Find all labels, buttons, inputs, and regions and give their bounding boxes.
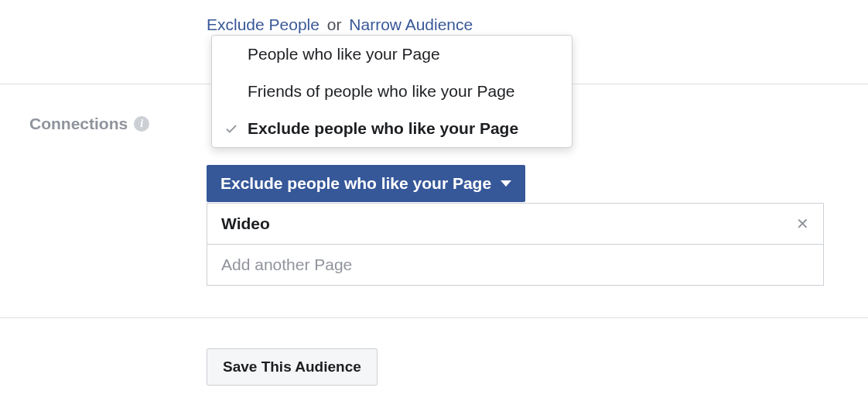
page-token-label: Wideo (221, 214, 270, 233)
menu-item-friends-of-people[interactable]: Friends of people who like your Page (212, 73, 572, 110)
exclude-people-link[interactable]: Exclude People (207, 15, 320, 33)
connections-section-label: Connections i (29, 115, 149, 133)
divider (0, 317, 868, 318)
menu-item-people-like-page[interactable]: People who like your Page (212, 36, 572, 73)
chevron-down-icon (501, 180, 511, 187)
pages-token-box: Wideo ✕ (207, 203, 824, 286)
check-icon (224, 122, 238, 135)
audience-refine-links: Exclude People or Narrow Audience (207, 15, 473, 34)
menu-item-exclude-people[interactable]: Exclude people who like your Page (212, 110, 572, 147)
info-icon[interactable]: i (134, 116, 149, 132)
connections-selected-dropdown[interactable]: Exclude people who like your Page (207, 165, 525, 202)
connections-label-text: Connections (29, 115, 128, 133)
page-token-row: Wideo ✕ (207, 204, 823, 245)
close-icon[interactable]: ✕ (796, 216, 809, 232)
selected-dropdown-label: Exclude people who like your Page (220, 174, 491, 193)
narrow-audience-link[interactable]: Narrow Audience (349, 15, 473, 33)
or-text: or (327, 15, 342, 33)
menu-item-label: Exclude people who like your Page (248, 119, 518, 137)
add-page-input[interactable] (207, 245, 823, 285)
save-audience-button[interactable]: Save This Audience (207, 348, 378, 386)
menu-item-label: Friends of people who like your Page (248, 82, 515, 100)
connections-dropdown-menu: People who like your Page Friends of peo… (211, 35, 572, 148)
menu-item-label: People who like your Page (248, 45, 440, 63)
